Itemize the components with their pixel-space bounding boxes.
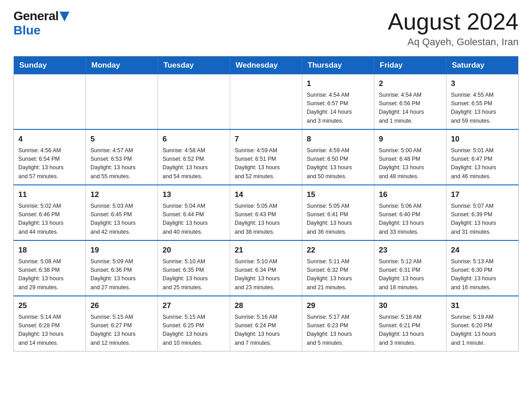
day-number: 2 [379,78,442,90]
calendar-cell [158,74,230,129]
logo-triangle-icon [60,12,69,21]
header-monday: Monday [86,56,158,75]
logo: General Blue [13,9,69,38]
calendar-cell: 19Sunrise: 5:09 AMSunset: 6:36 PMDayligh… [86,240,158,296]
day-info: Sunrise: 5:05 AMSunset: 6:41 PMDaylight:… [307,202,369,237]
day-number: 11 [18,189,81,201]
calendar-cell [86,74,158,129]
day-info: Sunrise: 5:18 AMSunset: 6:21 PMDaylight:… [379,313,442,348]
day-info: Sunrise: 5:04 AMSunset: 6:44 PMDaylight:… [163,202,225,237]
calendar-cell: 26Sunrise: 5:15 AMSunset: 6:27 PMDayligh… [86,296,158,351]
header: General Blue August 2024 Aq Qayeh, Goles… [13,9,519,48]
day-number: 12 [90,189,153,201]
header-thursday: Thursday [302,56,374,75]
day-info: Sunrise: 5:07 AMSunset: 6:39 PMDaylight:… [451,202,514,237]
header-tuesday: Tuesday [158,56,230,75]
calendar-cell: 6Sunrise: 4:58 AMSunset: 6:52 PMDaylight… [158,129,230,185]
calendar-cell: 27Sunrise: 5:15 AMSunset: 6:25 PMDayligh… [158,296,230,351]
day-number: 28 [235,300,297,312]
calendar-cell: 22Sunrise: 5:11 AMSunset: 6:32 PMDayligh… [302,240,374,296]
day-info: Sunrise: 5:03 AMSunset: 6:45 PMDaylight:… [90,202,153,237]
day-info: Sunrise: 5:12 AMSunset: 6:31 PMDaylight:… [379,257,442,292]
day-info: Sunrise: 5:01 AMSunset: 6:47 PMDaylight:… [451,146,514,181]
day-info: Sunrise: 5:08 AMSunset: 6:38 PMDaylight:… [18,257,81,292]
calendar-cell: 7Sunrise: 4:59 AMSunset: 6:51 PMDaylight… [230,129,302,185]
calendar-cell: 28Sunrise: 5:16 AMSunset: 6:24 PMDayligh… [230,296,302,351]
calendar-cell: 3Sunrise: 4:55 AMSunset: 6:55 PMDaylight… [446,74,519,129]
day-number: 18 [18,244,81,256]
day-number: 22 [307,244,369,256]
calendar-cell: 29Sunrise: 5:17 AMSunset: 6:23 PMDayligh… [302,296,374,351]
calendar-cell: 25Sunrise: 5:14 AMSunset: 6:28 PMDayligh… [14,296,86,351]
calendar-cell: 12Sunrise: 5:03 AMSunset: 6:45 PMDayligh… [86,185,158,240]
calendar-cell: 1Sunrise: 4:54 AMSunset: 6:57 PMDaylight… [302,74,374,129]
day-number: 17 [451,189,514,201]
calendar-cell: 17Sunrise: 5:07 AMSunset: 6:39 PMDayligh… [446,185,519,240]
calendar-week-row: 18Sunrise: 5:08 AMSunset: 6:38 PMDayligh… [14,240,519,296]
location-title: Aq Qayeh, Golestan, Iran [388,36,519,48]
calendar-cell: 14Sunrise: 5:05 AMSunset: 6:43 PMDayligh… [230,185,302,240]
day-number: 3 [451,78,514,90]
day-info: Sunrise: 5:15 AMSunset: 6:27 PMDaylight:… [90,313,153,348]
header-saturday: Saturday [446,56,519,75]
day-info: Sunrise: 4:59 AMSunset: 6:51 PMDaylight:… [235,146,297,181]
header-sunday: Sunday [14,56,86,75]
calendar-table: SundayMondayTuesdayWednesdayThursdayFrid… [13,56,519,351]
logo-blue-text: Blue [13,23,41,38]
day-info: Sunrise: 4:59 AMSunset: 6:50 PMDaylight:… [307,146,369,181]
calendar-cell: 18Sunrise: 5:08 AMSunset: 6:38 PMDayligh… [14,240,86,296]
calendar-cell [230,74,302,129]
day-info: Sunrise: 5:13 AMSunset: 6:30 PMDaylight:… [451,257,514,292]
day-info: Sunrise: 4:54 AMSunset: 6:57 PMDaylight:… [307,91,369,126]
day-info: Sunrise: 5:02 AMSunset: 6:46 PMDaylight:… [18,202,81,237]
calendar-cell: 16Sunrise: 5:06 AMSunset: 6:40 PMDayligh… [374,185,446,240]
calendar-cell [14,74,86,129]
calendar-cell: 21Sunrise: 5:10 AMSunset: 6:34 PMDayligh… [230,240,302,296]
month-title: August 2024 [388,9,519,34]
calendar-cell: 30Sunrise: 5:18 AMSunset: 6:21 PMDayligh… [374,296,446,351]
day-info: Sunrise: 4:57 AMSunset: 6:53 PMDaylight:… [90,146,153,181]
calendar-week-row: 1Sunrise: 4:54 AMSunset: 6:57 PMDaylight… [14,74,519,129]
day-info: Sunrise: 5:15 AMSunset: 6:25 PMDaylight:… [163,313,225,348]
header-friday: Friday [374,56,446,75]
svg-marker-0 [60,12,69,21]
calendar-cell: 24Sunrise: 5:13 AMSunset: 6:30 PMDayligh… [446,240,519,296]
calendar-cell: 11Sunrise: 5:02 AMSunset: 6:46 PMDayligh… [14,185,86,240]
title-area: August 2024 Aq Qayeh, Golestan, Iran [388,9,519,48]
day-info: Sunrise: 4:58 AMSunset: 6:52 PMDaylight:… [163,146,225,181]
day-info: Sunrise: 5:10 AMSunset: 6:34 PMDaylight:… [235,257,297,292]
calendar-cell: 31Sunrise: 5:19 AMSunset: 6:20 PMDayligh… [446,296,519,351]
calendar-week-row: 25Sunrise: 5:14 AMSunset: 6:28 PMDayligh… [14,296,519,351]
calendar-header-row: SundayMondayTuesdayWednesdayThursdayFrid… [14,56,519,75]
day-info: Sunrise: 5:09 AMSunset: 6:36 PMDaylight:… [90,257,153,292]
day-info: Sunrise: 5:17 AMSunset: 6:23 PMDaylight:… [307,313,369,348]
day-info: Sunrise: 5:19 AMSunset: 6:20 PMDaylight:… [451,313,514,348]
day-number: 15 [307,189,369,201]
day-number: 16 [379,189,442,201]
day-number: 8 [307,133,369,145]
day-number: 30 [379,300,442,312]
day-number: 5 [90,133,153,145]
calendar-cell: 2Sunrise: 4:54 AMSunset: 6:56 PMDaylight… [374,74,446,129]
day-number: 14 [235,189,297,201]
calendar-cell: 15Sunrise: 5:05 AMSunset: 6:41 PMDayligh… [302,185,374,240]
day-number: 25 [18,300,81,312]
day-number: 13 [163,189,225,201]
logo-general-text: General [13,9,59,23]
calendar-cell: 23Sunrise: 5:12 AMSunset: 6:31 PMDayligh… [374,240,446,296]
day-number: 7 [235,133,297,145]
calendar-cell: 13Sunrise: 5:04 AMSunset: 6:44 PMDayligh… [158,185,230,240]
day-number: 26 [90,300,153,312]
day-number: 1 [307,78,369,90]
day-info: Sunrise: 4:54 AMSunset: 6:56 PMDaylight:… [379,91,442,126]
day-number: 29 [307,300,369,312]
day-number: 6 [163,133,225,145]
day-number: 23 [379,244,442,256]
day-info: Sunrise: 5:06 AMSunset: 6:40 PMDaylight:… [379,202,442,237]
day-number: 27 [163,300,225,312]
calendar-cell: 10Sunrise: 5:01 AMSunset: 6:47 PMDayligh… [446,129,519,185]
calendar-cell: 9Sunrise: 5:00 AMSunset: 6:48 PMDaylight… [374,129,446,185]
calendar-cell: 4Sunrise: 4:56 AMSunset: 6:54 PMDaylight… [14,129,86,185]
day-info: Sunrise: 5:16 AMSunset: 6:24 PMDaylight:… [235,313,297,348]
day-info: Sunrise: 4:55 AMSunset: 6:55 PMDaylight:… [451,91,514,126]
